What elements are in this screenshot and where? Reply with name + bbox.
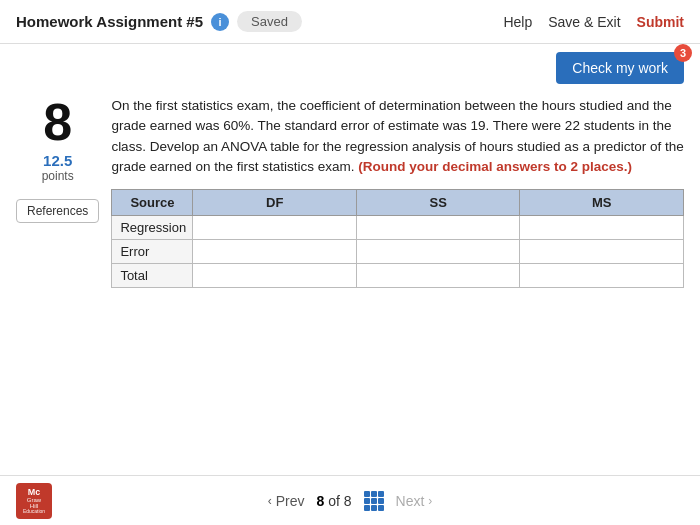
page-title: Homework Assignment #5 xyxy=(16,13,203,30)
col-df: DF xyxy=(193,190,357,216)
page-current: 8 xyxy=(316,493,324,509)
question-number: 8 xyxy=(43,96,72,148)
right-panel: On the first statistics exam, the coeffi… xyxy=(111,96,684,288)
row-total-label: Total xyxy=(112,264,193,288)
input-regression-df[interactable] xyxy=(193,216,356,239)
row-regression-label: Regression xyxy=(112,216,193,240)
help-link[interactable]: Help xyxy=(503,14,532,30)
row-total-ss[interactable] xyxy=(356,264,520,288)
submit-button[interactable]: Submit xyxy=(637,14,684,30)
col-source: Source xyxy=(112,190,193,216)
next-label: Next xyxy=(396,493,425,509)
page-total: 8 xyxy=(344,493,352,509)
table-row: Error xyxy=(112,240,684,264)
mcgraw-hill-logo: Mc Graw Hill Education xyxy=(16,483,52,519)
page-info: 8 of 8 xyxy=(316,493,351,509)
points-label: points xyxy=(42,169,74,183)
saved-badge: Saved xyxy=(237,11,302,32)
row-error-ss[interactable] xyxy=(356,240,520,264)
row-total-ms[interactable] xyxy=(520,264,684,288)
input-total-ss[interactable] xyxy=(357,264,520,287)
input-regression-ss[interactable] xyxy=(357,216,520,239)
row-error-label: Error xyxy=(112,240,193,264)
footer: Mc Graw Hill Education ‹ Prev 8 of 8 Nex… xyxy=(0,475,700,525)
next-button[interactable]: Next › xyxy=(396,493,433,509)
input-error-ms[interactable] xyxy=(520,240,683,263)
header: Homework Assignment #5 i Saved Help Save… xyxy=(0,0,700,44)
references-button[interactable]: References xyxy=(16,199,99,223)
prev-label: Prev xyxy=(276,493,305,509)
question-text: On the first statistics exam, the coeffi… xyxy=(111,96,684,177)
left-panel: 8 12.5 points References xyxy=(16,96,99,288)
page-of: of xyxy=(328,493,344,509)
input-total-ms[interactable] xyxy=(520,264,683,287)
col-ms: MS xyxy=(520,190,684,216)
input-error-df[interactable] xyxy=(193,240,356,263)
header-left: Homework Assignment #5 i Saved xyxy=(16,11,302,32)
row-regression-ss[interactable] xyxy=(356,216,520,240)
input-error-ss[interactable] xyxy=(357,240,520,263)
logo-line4: Education xyxy=(23,509,45,514)
badge-count: 3 xyxy=(674,44,692,62)
input-regression-ms[interactable] xyxy=(520,216,683,239)
row-error-ms[interactable] xyxy=(520,240,684,264)
main-content: 8 12.5 points References On the first st… xyxy=(0,88,700,296)
col-ss: SS xyxy=(356,190,520,216)
row-total-df[interactable] xyxy=(193,264,357,288)
save-exit-button[interactable]: Save & Exit xyxy=(548,14,620,30)
question-text-highlight: (Round your decimal answers to 2 places.… xyxy=(358,159,632,174)
prev-chevron-icon: ‹ xyxy=(268,494,272,508)
table-row: Total xyxy=(112,264,684,288)
next-chevron-icon: › xyxy=(428,494,432,508)
logo-line1: Mc xyxy=(28,488,41,497)
input-total-df[interactable] xyxy=(193,264,356,287)
row-error-df[interactable] xyxy=(193,240,357,264)
header-right: Help Save & Exit Submit xyxy=(503,14,684,30)
row-regression-df[interactable] xyxy=(193,216,357,240)
grid-icon[interactable] xyxy=(364,491,384,511)
check-my-work-button[interactable]: Check my work 3 xyxy=(556,52,684,84)
check-work-area: Check my work 3 xyxy=(0,44,700,88)
pagination: ‹ Prev 8 of 8 Next › xyxy=(268,491,433,511)
points-value: 12.5 xyxy=(43,152,72,169)
prev-button[interactable]: ‹ Prev xyxy=(268,493,305,509)
row-regression-ms[interactable] xyxy=(520,216,684,240)
table-row: Regression xyxy=(112,216,684,240)
anova-table: Source DF SS MS Regression Error xyxy=(111,189,684,288)
info-icon[interactable]: i xyxy=(211,13,229,31)
